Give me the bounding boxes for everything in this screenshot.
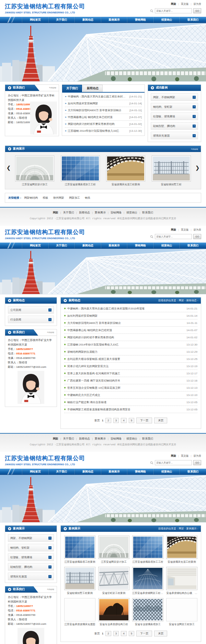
- pagination-page[interactable]: 5: [129, 631, 134, 636]
- nav-item-home[interactable]: 网站首页: [22, 17, 48, 23]
- news-item[interactable]: »网架结构设计的时候不要采用单层结构[14-01-02]: [65, 121, 142, 128]
- carousel-item[interactable]: 安迪轻钢别墅工程: [151, 155, 192, 186]
- top-link-english[interactable]: 英文版: [176, 2, 188, 5]
- case-item[interactable]: 安迪玻璃采光顶工程案例: [166, 536, 197, 564]
- news-category-link[interactable]: 行业新闻›: [8, 316, 54, 323]
- top-link-home[interactable]: 网架: [171, 228, 176, 231]
- nav-item-about[interactable]: 关于我们: [48, 243, 75, 248]
- top-link-set-homepage[interactable]: 设为首: [189, 454, 201, 457]
- nav-item-news[interactable]: 新闻动态: [75, 17, 101, 23]
- case-item[interactable]: 安迪专业玻璃幕墙加工: [132, 598, 163, 626]
- carousel-next-button[interactable]: ❯: [195, 155, 200, 180]
- search-input[interactable]: [155, 234, 192, 239]
- footer-link[interactable]: 关于我们: [58, 437, 74, 440]
- top-link-home[interactable]: 网架: [171, 2, 176, 5]
- footer-link[interactable]: 联系我们: [137, 437, 153, 440]
- search-go-button[interactable]: GO: [193, 8, 201, 13]
- case-category-link[interactable]: 钢结构、管桁架›: [151, 103, 198, 110]
- carousel-more-link[interactable]: +more: [191, 148, 198, 151]
- top-link-english[interactable]: 英文版: [176, 454, 188, 457]
- pagination-page[interactable]: 2: [105, 418, 111, 423]
- news-row[interactable]: 世界五百强企业宝钢集团 10亿项目花落卫辉13-12-13: [64, 384, 197, 391]
- news-row[interactable]: 方大特钢折旧增利4800万 新年首家折旧钢企14-01-11: [64, 319, 197, 327]
- friendly-link[interactable]: 模板: [43, 196, 48, 199]
- news-row[interactable]: 如何利用拔杆安装钢网架14-01-14: [64, 312, 197, 319]
- carousel-item[interactable]: 江苏安迪玻璃幕墙加工工程: [60, 155, 101, 186]
- pagination-page[interactable]: 2: [105, 631, 111, 636]
- news-row[interactable]: 网架结构设计的时候不要采用单层结构14-01-02: [64, 334, 197, 341]
- pagination-page[interactable]: 3: [113, 418, 119, 423]
- case-category-link[interactable]: 轻钢别墅、膜结构›: [151, 122, 198, 130]
- news-item[interactable]: »方大特钢折旧增利4800万 新年首家折旧钢企[14-01-11]: [65, 107, 142, 114]
- case-item[interactable]: 安迪承接钢结构办公楼、…: [166, 567, 197, 595]
- nav-item-about[interactable]: 关于我们: [48, 469, 75, 475]
- news-row[interactable]: 吉利总部大楼存假冒钢筋 成浙江最大假冒案13-12-25: [64, 355, 197, 363]
- case-item[interactable]: 江苏安迪玻璃幕墙加工工程: [132, 536, 163, 564]
- news-row[interactable]: 简单介绍几种常见的网架安装方法13-12-19: [64, 363, 197, 370]
- friendly-link[interactable]: 徐州网架: [53, 196, 64, 199]
- nav-item-jobs[interactable]: 招贤纳士: [153, 469, 180, 475]
- case-category-link[interactable]: 钢结构、管桁架›: [8, 544, 54, 551]
- pagination-page[interactable]: 4: [121, 631, 126, 636]
- search-go-button[interactable]: GO: [193, 234, 201, 239]
- news-row[interactable]: 广西在建第一高楼 南宁龙光世纪钢结构开吊13-12-16: [64, 377, 197, 384]
- news-row[interactable]: 中国南极泰山站 钢结构主体已经封顶14-01-07: [64, 327, 197, 334]
- news-row[interactable]: 不锈钢网架工程质量直接影响着建筑结构及使用安全13-12-05: [64, 406, 197, 413]
- pagination-last[interactable]: 末页: [154, 631, 167, 636]
- carousel-item[interactable]: 安迪玻璃采光顶工程案例: [105, 155, 146, 186]
- contact-more-link[interactable]: +more: [49, 86, 56, 89]
- contact-more-link[interactable]: +more: [47, 588, 54, 591]
- nav-item-jobs[interactable]: 招贤纳士: [153, 243, 180, 248]
- footer-link[interactable]: 新闻动态: [74, 211, 90, 214]
- pagination-next[interactable]: 下一页: [136, 418, 152, 423]
- footer-link[interactable]: 联系我们: [137, 211, 153, 214]
- news-row[interactable]: 中建钢构：国内最大室内主题公园工程主体封顶预计2015年迎客14-01-21: [64, 305, 197, 312]
- nav-item-news[interactable]: 新闻动态: [75, 243, 101, 248]
- news-item[interactable]: »江苏穗钢 2014年份计划实现销售收入33亿[13-12-30]: [65, 128, 142, 134]
- pagination-last[interactable]: 末页: [154, 418, 167, 423]
- top-link-set-homepage[interactable]: 设为首: [189, 2, 201, 5]
- nav-item-cases[interactable]: 案例展示: [101, 17, 127, 23]
- search-go-button[interactable]: GO: [193, 460, 201, 465]
- nav-item-news[interactable]: 新闻动态: [75, 469, 101, 475]
- case-category-link[interactable]: 玻璃采光屋面›: [151, 132, 198, 139]
- case-item[interactable]: 江苏安迪承接玻璃采光屋面: [64, 598, 95, 626]
- footer-link[interactable]: 网架: [53, 437, 58, 440]
- news-item[interactable]: »中国南极泰山站 钢结构主体已经封顶[14-01-07]: [65, 114, 142, 121]
- tab-about[interactable]: 关于我们: [62, 85, 82, 92]
- footer-link[interactable]: 招贤纳士: [122, 211, 137, 214]
- case-item[interactable]: 安迪轻钢别墅工程案例: [64, 567, 95, 595]
- nav-item-home[interactable]: 网站首页: [22, 469, 48, 475]
- nav-item-network[interactable]: 营销网络: [127, 469, 153, 475]
- friendly-link[interactable]: 网架钢结构: [24, 196, 38, 199]
- tab-news[interactable]: 新闻动态: [83, 85, 103, 92]
- pagination-first[interactable]: 首页: [94, 419, 100, 422]
- pagination-next[interactable]: 下一页: [136, 631, 152, 636]
- news-row[interactable]: 中建钢构北方大区正式成立13-12-10: [64, 391, 197, 399]
- case-item[interactable]: 江苏安迪承接钢网架工程设计: [132, 567, 163, 595]
- nav-item-contact[interactable]: 联系我们: [180, 17, 206, 23]
- pagination-first[interactable]: 首页: [94, 632, 100, 635]
- case-category-link[interactable]: 玻璃采光屋面›: [8, 573, 54, 580]
- footer-link[interactable]: 招贤纳士: [122, 437, 137, 440]
- case-item[interactable]: 江苏安迪玻璃幕墙工程案例: [64, 536, 95, 564]
- news-row[interactable]: 江苏穗钢 2014年份计划实现销售收入33亿13-12-30: [64, 341, 197, 348]
- footer-link[interactable]: 网架: [53, 211, 58, 214]
- news-category-link[interactable]: 公司新闻›: [8, 306, 54, 314]
- nav-item-about[interactable]: 关于我们: [48, 17, 75, 23]
- pagination-page[interactable]: 5: [129, 418, 134, 423]
- news-row[interactable]: 谈钢结构网架的抗震能力13-12-29: [64, 348, 197, 355]
- footer-link[interactable]: 新闻动态: [74, 437, 90, 440]
- nav-item-home[interactable]: 网站首页: [22, 243, 48, 248]
- news-row[interactable]: 世界上最大的矩形盾构 在河南郑州下线施工13-12-17: [64, 370, 197, 377]
- case-category-link[interactable]: 铝塑板、玻璃幕墙›: [151, 113, 198, 120]
- top-link-home[interactable]: 网架: [171, 454, 176, 457]
- case-item[interactable]: 江苏安迪网架设计加工: [98, 536, 129, 564]
- footer-link[interactable]: 案例展示: [90, 211, 106, 214]
- footer-link[interactable]: 案例展示: [90, 437, 106, 440]
- nav-item-contact[interactable]: 联系我们: [180, 243, 206, 248]
- pagination-page[interactable]: 4: [121, 418, 126, 423]
- contact-more-link[interactable]: +more: [47, 331, 54, 334]
- nav-item-cases[interactable]: 案例展示: [101, 243, 127, 248]
- nav-item-network[interactable]: 营销网络: [127, 17, 153, 23]
